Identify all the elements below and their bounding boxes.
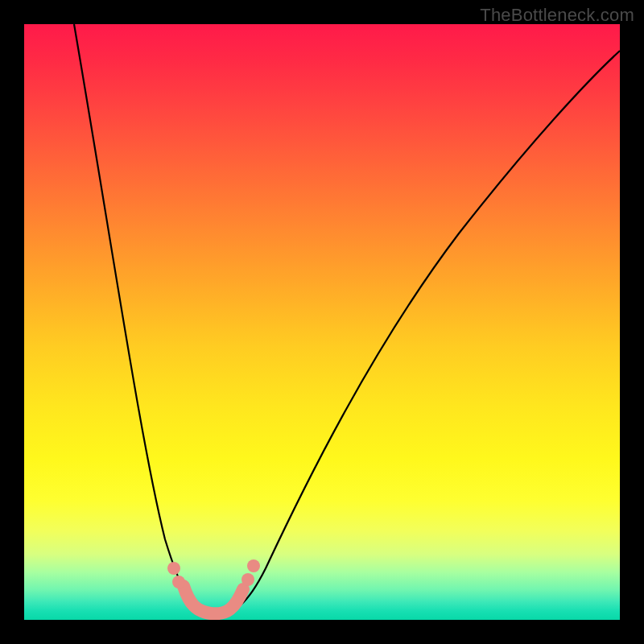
- marker-left-upper: [167, 562, 180, 575]
- bottleneck-curve: [74, 24, 620, 614]
- marker-right-lower: [242, 573, 254, 586]
- bottleneck-chart: [24, 24, 620, 620]
- marker-left-lower: [172, 576, 185, 588]
- marker-right-upper: [247, 559, 260, 572]
- chart-svg: [24, 24, 620, 620]
- watermark-label: TheBottleneck.com: [480, 5, 634, 26]
- trough-band: [184, 586, 243, 613]
